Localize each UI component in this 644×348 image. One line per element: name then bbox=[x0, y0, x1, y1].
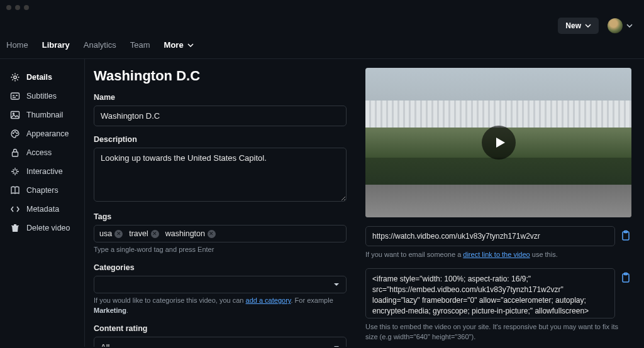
gear-icon bbox=[10, 72, 20, 82]
clipboard-icon bbox=[620, 272, 631, 283]
tag-item: usa✕ bbox=[99, 229, 123, 238]
name-input[interactable] bbox=[94, 106, 347, 126]
subtitles-icon bbox=[10, 91, 20, 101]
categories-helper: If you would like to categorise this vid… bbox=[94, 296, 347, 315]
tag-remove-icon[interactable]: ✕ bbox=[208, 230, 216, 238]
sidebar-item-access[interactable]: Access bbox=[10, 143, 84, 162]
svg-point-0 bbox=[14, 76, 16, 79]
embed-code-field[interactable]: <iframe style="width: 100%; aspect-ratio… bbox=[365, 268, 615, 318]
sidebar-item-label: Details bbox=[26, 73, 52, 82]
tag-item: washington✕ bbox=[165, 229, 216, 238]
sidebar-item-details[interactable]: Details bbox=[10, 68, 84, 87]
video-preview[interactable] bbox=[365, 68, 631, 217]
svg-point-3 bbox=[13, 113, 14, 114]
copy-embed-button[interactable] bbox=[620, 272, 631, 283]
svg-point-6 bbox=[16, 133, 17, 133]
nav-more-label: More bbox=[164, 40, 184, 50]
lock-icon bbox=[10, 148, 20, 158]
sidebar-item-chapters[interactable]: Chapters bbox=[10, 181, 84, 200]
play-button[interactable] bbox=[482, 126, 516, 160]
copy-url-button[interactable] bbox=[620, 230, 631, 241]
sidebar-item-label: Thumbnail bbox=[26, 111, 63, 119]
sidebar-item-label: Interactive bbox=[26, 167, 63, 176]
sidebar-item-thumbnail[interactable]: Thumbnail bbox=[10, 106, 84, 124]
chevron-down-icon bbox=[585, 23, 591, 29]
tags-input[interactable]: usa✕ travel✕ washington✕ bbox=[94, 225, 347, 242]
svg-rect-2 bbox=[11, 112, 19, 119]
direct-link[interactable]: direct link to the video bbox=[463, 251, 530, 258]
share-url-field[interactable]: https://watch.vidbeo.com/uk1v83y7tynzh17… bbox=[365, 226, 615, 246]
sidebar-item-label: Subtitles bbox=[26, 92, 57, 101]
chevron-down-icon bbox=[626, 23, 633, 29]
topbar: New bbox=[0, 15, 644, 40]
code-icon bbox=[10, 204, 20, 214]
tags-helper: Type a single-word tag and press Enter bbox=[94, 245, 347, 254]
new-button-label: New bbox=[565, 21, 581, 30]
nav-team[interactable]: Team bbox=[130, 40, 150, 50]
sparkle-icon bbox=[10, 166, 20, 177]
svg-rect-1 bbox=[11, 93, 19, 99]
caret-down-icon bbox=[333, 281, 340, 288]
rating-select[interactable]: All bbox=[94, 337, 347, 347]
page-title: Washington D.C bbox=[94, 68, 347, 84]
svg-point-5 bbox=[14, 131, 15, 132]
sidebar-item-label: Appearance bbox=[26, 129, 69, 138]
name-label: Name bbox=[94, 93, 347, 102]
sidebar-item-interactive[interactable]: Interactive bbox=[10, 162, 84, 181]
tag-remove-icon[interactable]: ✕ bbox=[114, 230, 123, 238]
play-icon bbox=[493, 136, 507, 150]
clipboard-icon bbox=[620, 230, 631, 241]
sidebar-item-label: Delete video bbox=[26, 224, 70, 232]
svg-point-4 bbox=[13, 133, 13, 133]
share-url-helper: If you want to email someone a direct li… bbox=[365, 250, 631, 259]
nav-library[interactable]: Library bbox=[42, 40, 70, 50]
categories-select[interactable] bbox=[94, 276, 347, 293]
chevron-down-icon bbox=[187, 42, 194, 48]
categories-label: Categories bbox=[94, 263, 347, 272]
sidebar-item-metadata[interactable]: Metadata bbox=[10, 200, 84, 219]
tags-label: Tags bbox=[94, 212, 347, 221]
sidebar-item-appearance[interactable]: Appearance bbox=[10, 124, 84, 143]
rating-label: Content rating bbox=[94, 324, 347, 333]
description-label: Description bbox=[94, 135, 347, 144]
nav-home[interactable]: Home bbox=[6, 40, 28, 50]
nav-analytics[interactable]: Analytics bbox=[84, 40, 116, 50]
sidebar-item-label: Metadata bbox=[26, 205, 59, 214]
sidebar-item-label: Access bbox=[26, 148, 52, 157]
tag-remove-icon[interactable]: ✕ bbox=[151, 230, 159, 238]
new-button[interactable]: New bbox=[558, 18, 599, 34]
svg-rect-7 bbox=[13, 152, 18, 156]
image-icon bbox=[10, 110, 20, 120]
embed-helper: Use this to embed the video on your site… bbox=[365, 322, 631, 342]
sidebar-item-delete[interactable]: Delete video bbox=[10, 219, 84, 237]
add-category-link[interactable]: add a category bbox=[246, 296, 291, 304]
avatar bbox=[608, 18, 623, 33]
sidebar-item-label: Chapters bbox=[26, 186, 58, 195]
preview-pane: https://watch.vidbeo.com/uk1v83y7tynzh17… bbox=[365, 68, 631, 347]
palette-icon bbox=[10, 129, 20, 139]
book-icon bbox=[10, 185, 20, 195]
window-traffic-lights bbox=[0, 0, 644, 15]
caret-down-icon bbox=[333, 344, 340, 347]
tag-item: travel✕ bbox=[129, 229, 159, 238]
sidebar: Details Subtitles Thumbnail Appearance A… bbox=[0, 59, 85, 347]
rating-value: All bbox=[101, 342, 109, 347]
main-nav: Home Library Analytics Team More bbox=[0, 40, 644, 59]
details-form: Washington D.C Name Description Looking … bbox=[94, 68, 347, 347]
nav-more[interactable]: More bbox=[164, 40, 194, 50]
description-input[interactable]: Looking up towards the United States Cap… bbox=[94, 148, 347, 202]
trash-icon bbox=[10, 223, 20, 233]
sidebar-item-subtitles[interactable]: Subtitles bbox=[10, 87, 84, 106]
user-menu[interactable] bbox=[608, 18, 633, 33]
